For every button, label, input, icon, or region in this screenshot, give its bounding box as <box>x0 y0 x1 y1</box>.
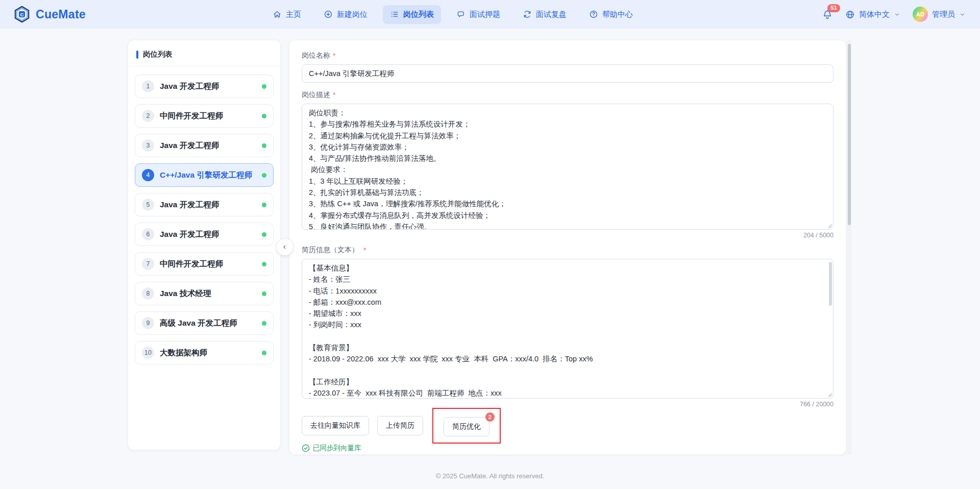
nav-item-help-center[interactable]: 帮助中心 <box>582 5 640 24</box>
job-number-badge: 3 <box>142 139 154 152</box>
nav-item-label: 面试复盘 <box>536 10 567 19</box>
job-number-badge: 5 <box>142 199 154 211</box>
nav-item-home[interactable]: 主页 <box>265 5 308 24</box>
brand-logo[interactable]: C CueMate <box>13 0 86 29</box>
required-marker: * <box>333 52 335 60</box>
nav-item-label: 新建岗位 <box>337 10 368 19</box>
svg-text:C: C <box>20 12 23 17</box>
job-description-textarea[interactable]: 岗位职责： 1、参与搜索/推荐相关业务与算法系统设计开发； 2、通过架构抽象与优… <box>302 104 834 230</box>
topbar-right: 51 简体中文 AD 管理员 <box>822 0 966 29</box>
resize-handle-icon[interactable] <box>827 392 832 397</box>
language-selector[interactable]: 简体中文 <box>845 10 900 19</box>
job-title: Java 技术经理 <box>160 288 211 299</box>
goto-vector-kb-button[interactable]: 去往向量知识库 <box>302 416 369 435</box>
job-list-item[interactable]: 3 Java 开发工程师 <box>135 134 274 157</box>
nav-item-interview-review[interactable]: 面试复盘 <box>516 5 574 24</box>
nav-item-label: 主页 <box>286 10 301 19</box>
nav-item-new-job[interactable]: 新建岗位 <box>316 5 375 24</box>
job-title: 大数据架构师 <box>160 348 207 358</box>
job-title: 高级 Java 开发工程师 <box>160 318 237 329</box>
optimize-resume-button[interactable]: 简历优化 <box>444 417 489 436</box>
chat-icon <box>456 10 465 19</box>
nav-item-interview-questions[interactable]: 面试押题 <box>449 5 507 24</box>
job-list-item[interactable]: 1 Java 开发工程师 <box>135 75 274 98</box>
status-dot <box>262 203 266 207</box>
status-dot <box>262 173 266 178</box>
job-title: Java 开发工程师 <box>160 200 219 210</box>
check-circle-icon <box>302 444 310 452</box>
upload-resume-button[interactable]: 上传简历 <box>377 416 423 435</box>
job-description-label: 岗位描述 * <box>302 90 834 100</box>
refresh-icon <box>523 10 532 19</box>
main-scrollbar[interactable] <box>847 40 851 455</box>
job-list-item-selected[interactable]: 4 C++/Java 引擎研发工程师 <box>135 163 274 187</box>
status-dot <box>262 143 266 148</box>
chevron-down-icon <box>894 11 900 18</box>
description-char-counter: 204 / 5000 <box>302 232 834 239</box>
job-name-label: 岗位名称 * <box>302 51 834 61</box>
notifications-button[interactable]: 51 <box>822 9 833 20</box>
resume-info-wrap: 【基本信息】 - 姓名：张三 - 电话：1xxxxxxxxxx - 邮箱：xxx… <box>302 259 834 399</box>
job-list: 1 Java 开发工程师 2 中间件开发工程师 3 Java 开发工程师 4 C… <box>128 66 280 373</box>
status-dot <box>262 351 266 355</box>
cuemate-app: C CueMate 主页 新建岗位 <box>0 0 980 489</box>
job-list-title: 岗位列表 <box>143 50 173 59</box>
job-title: C++/Java 引擎研发工程师 <box>160 170 252 181</box>
job-name-input[interactable] <box>302 64 834 83</box>
list-icon <box>390 10 399 19</box>
nav-item-label: 面试押题 <box>470 10 500 19</box>
required-marker: * <box>363 246 366 254</box>
job-description-wrap: 岗位职责： 1、参与搜索/推荐相关业务与算法系统设计开发； 2、通过架构抽象与优… <box>302 104 834 230</box>
job-number-badge: 8 <box>142 287 154 300</box>
user-menu[interactable]: AD 管理员 <box>913 7 966 22</box>
job-title: 中间件开发工程师 <box>160 111 223 121</box>
status-dot <box>262 232 266 237</box>
nav-item-job-list[interactable]: 岗位列表 <box>383 5 441 24</box>
globe-icon <box>845 10 855 19</box>
job-number-badge: 9 <box>142 317 154 329</box>
job-list-item[interactable]: 2 中间件开发工程师 <box>135 104 274 128</box>
job-list-item[interactable]: 10 大数据架构师 <box>135 341 274 364</box>
optimize-resume-wrap: 简历优化 2 <box>444 417 489 436</box>
job-list-item[interactable]: 7 中间件开发工程师 <box>135 252 274 276</box>
required-marker: * <box>333 91 335 99</box>
scrollbar-thumb[interactable] <box>848 44 851 225</box>
collapse-sidebar-button[interactable] <box>276 238 293 256</box>
job-number-badge: 6 <box>142 228 154 240</box>
resume-char-counter: 766 / 20000 <box>302 401 834 408</box>
resume-info-textarea[interactable]: 【基本信息】 - 姓名：张三 - 电话：1xxxxxxxxxx - 邮箱：xxx… <box>302 259 834 399</box>
nav-item-label: 帮助中心 <box>602 10 633 19</box>
job-list-panel: 岗位列表 1 Java 开发工程师 2 中间件开发工程师 3 Java 开发工程… <box>128 40 281 450</box>
cuemate-logo-icon: C <box>13 6 31 23</box>
notification-count-badge: 51 <box>827 4 840 12</box>
resume-info-label: 简历信息（文本） * <box>302 245 834 255</box>
status-dot <box>262 114 266 118</box>
optimize-count-badge: 2 <box>485 412 495 422</box>
chevron-left-icon <box>281 243 288 251</box>
job-number-badge: 10 <box>142 347 154 359</box>
status-dot <box>262 321 266 326</box>
tutorial-highlight-box: 简历优化 2 <box>432 408 501 444</box>
sync-status: 已同步到向量库 <box>302 444 834 453</box>
resize-handle-icon[interactable] <box>827 223 832 228</box>
top-navbar: C CueMate 主页 新建岗位 <box>0 0 980 29</box>
job-title: Java 开发工程师 <box>160 229 219 240</box>
job-list-header: 岗位列表 <box>128 40 280 66</box>
job-list-item[interactable]: 5 Java 开发工程师 <box>135 193 274 216</box>
status-dot <box>262 262 266 266</box>
form-actions: 去往向量知识库 上传简历 简历优化 2 <box>302 409 834 443</box>
sync-status-label: 已同步到向量库 <box>313 444 361 453</box>
home-icon <box>273 10 282 19</box>
job-list-item[interactable]: 9 高级 Java 开发工程师 <box>135 311 274 335</box>
accent-bar <box>136 51 138 59</box>
resume-textarea-scrollbar[interactable] <box>829 262 832 306</box>
job-number-badge: 4 <box>142 169 154 181</box>
job-list-item[interactable]: 6 Java 开发工程师 <box>135 223 274 246</box>
nav-item-label: 岗位列表 <box>403 10 434 19</box>
job-detail-form: 岗位名称 * 岗位描述 * 岗位职责： 1、参与搜索/推荐相关业务与算法系统设计… <box>289 40 846 455</box>
job-list-item[interactable]: 8 Java 技术经理 <box>135 282 274 305</box>
user-name-label: 管理员 <box>932 10 955 19</box>
job-title: Java 开发工程师 <box>160 81 219 92</box>
status-dot <box>262 291 266 296</box>
job-number-badge: 1 <box>142 80 154 92</box>
